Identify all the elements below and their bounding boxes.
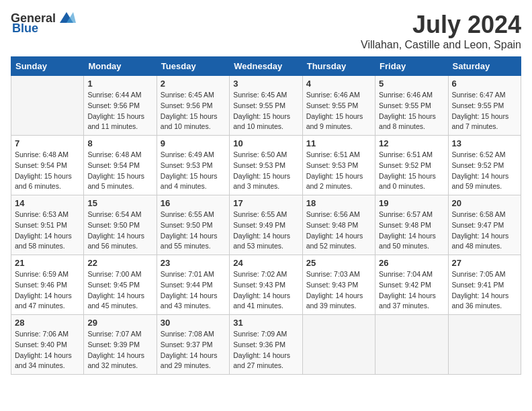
day-number: 18 [306, 198, 371, 208]
calendar-cell: 25Sunrise: 7:03 AMSunset: 9:43 PMDayligh… [302, 255, 375, 315]
day-number: 13 [452, 138, 517, 148]
day-number: 28 [15, 318, 80, 328]
week-row-5: 28Sunrise: 7:06 AMSunset: 9:40 PMDayligh… [11, 315, 521, 375]
day-number: 8 [87, 138, 152, 148]
day-info: Sunrise: 7:00 AMSunset: 9:45 PMDaylight:… [87, 269, 152, 312]
calendar-cell: 21Sunrise: 6:59 AMSunset: 9:46 PMDayligh… [11, 255, 84, 315]
sunrise-text: Sunrise: 6:44 AM [87, 91, 141, 99]
calendar-cell: 3Sunrise: 6:45 AMSunset: 9:55 PMDaylight… [230, 76, 302, 136]
sunset-text: Sunset: 9:48 PM [306, 221, 359, 229]
day-info: Sunrise: 6:55 AMSunset: 9:50 PMDaylight:… [161, 210, 226, 252]
calendar-cell: 17Sunrise: 6:55 AMSunset: 9:49 PMDayligh… [230, 195, 302, 255]
sunrise-text: Sunrise: 7:07 AM [87, 330, 141, 338]
calendar-cell: 31Sunrise: 7:09 AMSunset: 9:36 PMDayligh… [230, 315, 302, 375]
sunrise-text: Sunrise: 6:47 AM [452, 91, 506, 99]
day-number: 2 [161, 79, 226, 89]
weekday-header-monday: Monday [84, 57, 157, 76]
day-number: 1 [87, 79, 152, 89]
daylight-text: Daylight: 15 hours and 2 minutes. [306, 172, 363, 191]
sunrise-text: Sunrise: 6:48 AM [87, 150, 141, 158]
day-info: Sunrise: 6:45 AMSunset: 9:56 PMDaylight:… [161, 90, 226, 132]
sunset-text: Sunset: 9:56 PM [87, 101, 140, 109]
calendar-cell: 15Sunrise: 6:54 AMSunset: 9:50 PMDayligh… [84, 195, 157, 255]
weekday-header-tuesday: Tuesday [157, 57, 229, 76]
sunset-text: Sunset: 9:55 PM [233, 101, 285, 109]
calendar-cell: 26Sunrise: 7:04 AMSunset: 9:42 PMDayligh… [375, 255, 448, 315]
sunrise-text: Sunrise: 7:00 AM [87, 270, 141, 278]
day-info: Sunrise: 6:48 AMSunset: 9:54 PMDaylight:… [15, 150, 80, 192]
day-number: 6 [452, 79, 517, 89]
daylight-text: Daylight: 15 hours and 6 minutes. [15, 172, 72, 191]
calendar-cell: 14Sunrise: 6:53 AMSunset: 9:51 PMDayligh… [11, 195, 84, 255]
title-block: July 2024 Villahan, Castille and Leon, S… [361, 11, 521, 51]
day-number: 15 [87, 198, 152, 208]
day-info: Sunrise: 6:50 AMSunset: 9:53 PMDaylight:… [233, 150, 298, 192]
day-info: Sunrise: 6:46 AMSunset: 9:55 PMDaylight:… [379, 90, 444, 132]
day-number: 31 [233, 318, 298, 328]
sunset-text: Sunset: 9:37 PM [161, 340, 213, 349]
weekday-header-sunday: Sunday [11, 57, 84, 76]
daylight-text: Daylight: 15 hours and 3 minutes. [233, 172, 290, 191]
daylight-text: Daylight: 14 hours and 39 minutes. [306, 291, 363, 310]
sunrise-text: Sunrise: 7:09 AM [233, 330, 287, 338]
daylight-text: Daylight: 15 hours and 5 minutes. [87, 172, 144, 191]
day-number: 20 [452, 198, 517, 208]
sunset-text: Sunset: 9:52 PM [452, 161, 504, 169]
day-number: 23 [161, 258, 226, 268]
day-info: Sunrise: 6:47 AMSunset: 9:55 PMDaylight:… [452, 90, 517, 132]
daylight-text: Daylight: 14 hours and 34 minutes. [15, 351, 72, 370]
page-header: General Blue July 2024 Villahan, Castill… [11, 11, 521, 51]
day-number: 11 [306, 138, 371, 148]
day-number: 24 [233, 258, 298, 268]
subtitle: Villahan, Castille and Leon, Spain [361, 39, 521, 51]
daylight-text: Daylight: 14 hours and 32 minutes. [87, 351, 144, 370]
day-number: 26 [379, 258, 444, 268]
daylight-text: Daylight: 14 hours and 37 minutes. [379, 291, 436, 310]
sunrise-text: Sunrise: 6:55 AM [233, 210, 287, 218]
weekday-header-friday: Friday [375, 57, 448, 76]
daylight-text: Daylight: 14 hours and 27 minutes. [233, 351, 290, 370]
daylight-text: Daylight: 15 hours and 11 minutes. [87, 112, 144, 131]
calendar-cell: 11Sunrise: 6:51 AMSunset: 9:53 PMDayligh… [302, 136, 375, 195]
sunrise-text: Sunrise: 6:51 AM [379, 150, 433, 158]
sunset-text: Sunset: 9:40 PM [15, 340, 67, 349]
sunset-text: Sunset: 9:52 PM [379, 161, 431, 169]
day-number: 5 [379, 79, 444, 89]
calendar-cell: 20Sunrise: 6:58 AMSunset: 9:47 PMDayligh… [448, 195, 521, 255]
sunrise-text: Sunrise: 7:06 AM [15, 330, 69, 338]
calendar-cell: 27Sunrise: 7:05 AMSunset: 9:41 PMDayligh… [448, 255, 521, 315]
logo: General Blue [11, 11, 76, 36]
day-info: Sunrise: 6:46 AMSunset: 9:55 PMDaylight:… [306, 90, 371, 132]
day-info: Sunrise: 6:44 AMSunset: 9:56 PMDaylight:… [87, 90, 152, 132]
week-row-2: 7Sunrise: 6:48 AMSunset: 9:54 PMDaylight… [11, 136, 521, 195]
daylight-text: Daylight: 14 hours and 41 minutes. [233, 291, 290, 310]
calendar-cell: 1Sunrise: 6:44 AMSunset: 9:56 PMDaylight… [84, 76, 157, 136]
weekday-header-saturday: Saturday [448, 57, 521, 76]
sunset-text: Sunset: 9:36 PM [233, 340, 285, 349]
sunset-text: Sunset: 9:50 PM [161, 221, 213, 229]
sunset-text: Sunset: 9:50 PM [87, 221, 140, 229]
calendar-cell: 23Sunrise: 7:01 AMSunset: 9:44 PMDayligh… [157, 255, 229, 315]
weekday-header-row: SundayMondayTuesdayWednesdayThursdayFrid… [11, 57, 521, 76]
daylight-text: Daylight: 14 hours and 55 minutes. [161, 232, 218, 250]
daylight-text: Daylight: 14 hours and 36 minutes. [452, 291, 509, 310]
weekday-header-thursday: Thursday [302, 57, 375, 76]
calendar-cell: 24Sunrise: 7:02 AMSunset: 9:43 PMDayligh… [230, 255, 302, 315]
sunrise-text: Sunrise: 7:05 AM [452, 270, 506, 278]
sunset-text: Sunset: 9:46 PM [15, 281, 67, 289]
daylight-text: Daylight: 15 hours and 0 minutes. [379, 172, 436, 191]
sunrise-text: Sunrise: 7:02 AM [233, 270, 287, 278]
sunset-text: Sunset: 9:42 PM [379, 281, 431, 289]
weekday-header-wednesday: Wednesday [230, 57, 302, 76]
calendar-cell [11, 76, 84, 136]
day-number: 17 [233, 198, 298, 208]
sunrise-text: Sunrise: 6:59 AM [15, 270, 69, 278]
sunset-text: Sunset: 9:54 PM [15, 161, 67, 169]
sunrise-text: Sunrise: 6:48 AM [15, 150, 69, 158]
daylight-text: Daylight: 14 hours and 56 minutes. [87, 232, 144, 250]
sunrise-text: Sunrise: 6:55 AM [161, 210, 214, 218]
day-info: Sunrise: 7:08 AMSunset: 9:37 PMDaylight:… [161, 329, 226, 371]
sunset-text: Sunset: 9:53 PM [161, 161, 213, 169]
sunrise-text: Sunrise: 7:01 AM [161, 270, 214, 278]
day-number: 12 [379, 138, 444, 148]
